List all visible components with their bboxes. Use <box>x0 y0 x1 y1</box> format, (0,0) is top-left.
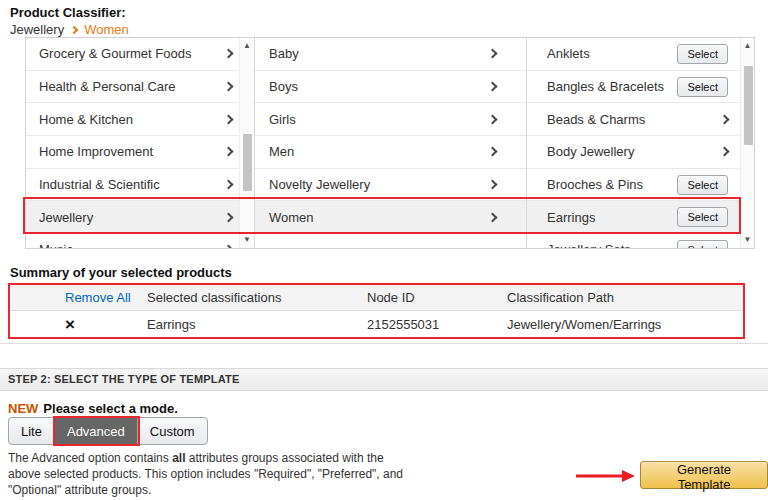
chevron-right-icon <box>224 82 234 92</box>
classifier-item-brooches-pins[interactable]: Brooches & PinsSelect <box>527 169 740 202</box>
column3-scrollbar[interactable]: ▲ ▼ <box>740 38 754 248</box>
column1-scrollbar[interactable]: ▲ ▼ <box>239 38 255 248</box>
item-label: Anklets <box>547 46 590 61</box>
chevron-right-icon <box>224 147 234 157</box>
item-label: Grocery & Gourmet Foods <box>39 46 191 61</box>
classifier-item-home-kitchen[interactable]: Home & Kitchen <box>26 103 239 136</box>
summary-table-body: ×Earrings2152555031Jewellery/Women/Earri… <box>10 311 743 337</box>
classifier-item-bangles-bracelets[interactable]: Bangles & BraceletsSelect <box>527 71 740 104</box>
item-label: Music <box>39 242 73 248</box>
classifier-item-home-improvement[interactable]: Home Improvement <box>26 136 239 169</box>
summary-table-header: Remove All Selected classifications Node… <box>10 285 743 311</box>
mode-button-advanced[interactable]: Advanced <box>55 418 138 444</box>
item-label: Bangles & Bracelets <box>547 79 664 94</box>
item-label: Boys <box>269 79 298 94</box>
select-button[interactable]: Select <box>677 175 728 195</box>
item-label: Novelty Jewellery <box>269 177 370 192</box>
summary-classification-path: Jewellery/Women/Earrings <box>507 317 661 332</box>
classifier-item-men[interactable]: Men <box>255 136 526 169</box>
classifier-item-jewellery-sets[interactable]: Jewellery SetsSelect <box>527 234 740 248</box>
mode-prompt-text: Please select a mode. <box>43 401 177 416</box>
classifier-item-grocery-gourmet-foods[interactable]: Grocery & Gourmet Foods <box>26 38 239 71</box>
chevron-right-icon <box>488 49 498 59</box>
chevron-right-icon <box>224 245 234 248</box>
description-bold-text: all <box>172 451 185 465</box>
chevron-right-icon <box>488 147 498 157</box>
chevron-right-icon <box>488 114 498 124</box>
classifier-column-departments: Grocery & Gourmet FoodsHealth & Personal… <box>26 38 239 248</box>
item-label: Baby <box>269 46 299 61</box>
chevron-right-icon <box>224 114 234 124</box>
remove-item-icon[interactable]: × <box>65 315 75 334</box>
item-label: Beads & Charms <box>547 112 645 127</box>
section-divider <box>0 343 768 344</box>
item-label: Jewellery Sets <box>547 242 631 248</box>
mode-button-lite[interactable]: Lite <box>9 418 55 444</box>
classifier-item-body-jewellery[interactable]: Body Jewellery <box>527 136 740 169</box>
breadcrumb: Jewellery Women <box>10 22 129 37</box>
mode-button-custom[interactable]: Custom <box>138 418 207 444</box>
classifier-item-baby[interactable]: Baby <box>255 38 526 71</box>
item-label: Health & Personal Care <box>39 79 176 94</box>
select-button[interactable]: Select <box>677 77 728 97</box>
select-button[interactable]: Select <box>677 240 728 248</box>
item-label: Earrings <box>547 210 595 225</box>
classifier-item-health-personal-care[interactable]: Health & Personal Care <box>26 71 239 104</box>
mode-selector: LiteAdvancedCustom <box>8 417 208 445</box>
remove-all-link[interactable]: Remove All <box>65 290 131 305</box>
generate-template-button[interactable]: Generate Template <box>640 461 768 489</box>
chevron-right-icon <box>488 180 498 190</box>
item-label: Women <box>269 210 314 225</box>
chevron-right-icon <box>488 212 498 222</box>
product-classifier-panel: Grocery & Gourmet FoodsHealth & Personal… <box>25 37 755 249</box>
classifier-item-boys[interactable]: Boys <box>255 71 526 104</box>
item-label: Men <box>269 144 294 159</box>
chevron-right-icon <box>224 212 234 222</box>
chevron-right-icon <box>488 82 498 92</box>
summary-node-id: 2152555031 <box>367 317 439 332</box>
summary-header-path: Classification Path <box>507 290 743 305</box>
step2-section-header: STEP 2: SELECT THE TYPE OF TEMPLATE <box>0 368 768 391</box>
classifier-item-anklets[interactable]: AnkletsSelect <box>527 38 740 71</box>
summary-classification: Earrings <box>147 317 195 332</box>
classifier-column-leaf-categories: AnkletsSelectBangles & BraceletsSelectBe… <box>527 38 740 248</box>
classifier-item-jewellery[interactable]: Jewellery <box>26 201 239 234</box>
annotation-arrow-icon <box>574 468 636 484</box>
classifier-item-novelty-jewellery[interactable]: Novelty Jewellery <box>255 169 526 202</box>
item-label: Industrial & Scientific <box>39 177 160 192</box>
scroll-up-icon[interactable]: ▲ <box>741 40 754 52</box>
classifier-item-industrial-scientific[interactable]: Industrial & Scientific <box>26 169 239 202</box>
item-label: Home & Kitchen <box>39 112 133 127</box>
scrollbar-thumb[interactable] <box>243 134 252 191</box>
classifier-column-subcategories: BabyBoysGirlsMenNovelty JewelleryWomen <box>255 38 527 248</box>
scrollbar-thumb[interactable] <box>744 66 753 145</box>
breadcrumb-item-jewellery[interactable]: Jewellery <box>10 22 64 37</box>
item-label: Girls <box>269 112 296 127</box>
classifier-item-music[interactable]: Music <box>26 234 239 248</box>
item-label: Jewellery <box>39 210 93 225</box>
chevron-right-icon <box>720 114 730 124</box>
scroll-down-icon[interactable]: ▼ <box>240 234 254 246</box>
scroll-down-icon[interactable]: ▼ <box>741 234 754 246</box>
classifier-item-earrings[interactable]: EarringsSelect <box>527 201 740 234</box>
scroll-up-icon[interactable]: ▲ <box>240 40 254 52</box>
classifier-item-girls[interactable]: Girls <box>255 103 526 136</box>
mode-prompt: NEWPlease select a mode. <box>8 401 178 416</box>
classifier-item-beads-charms[interactable]: Beads & Charms <box>527 103 740 136</box>
description-text: The Advanced option contains <box>8 451 172 465</box>
chevron-right-icon <box>224 49 234 59</box>
breadcrumb-item-women[interactable]: Women <box>84 22 129 37</box>
summary-title: Summary of your selected products <box>10 265 232 280</box>
item-label: Brooches & Pins <box>547 177 643 192</box>
select-button[interactable]: Select <box>677 207 728 227</box>
select-button[interactable]: Select <box>677 44 728 64</box>
summary-header-classifications: Selected classifications <box>147 290 367 305</box>
mode-description: The Advanced option contains all attribu… <box>8 450 408 498</box>
summary-header-node-id: Node ID <box>367 290 507 305</box>
classifier-item-women[interactable]: Women <box>255 201 526 234</box>
summary-row: ×Earrings2152555031Jewellery/Women/Earri… <box>10 311 743 337</box>
chevron-right-icon <box>224 180 234 190</box>
item-label: Home Improvement <box>39 144 153 159</box>
summary-table: Remove All Selected classifications Node… <box>8 283 745 339</box>
page-title: Product Classifier: <box>10 5 126 20</box>
